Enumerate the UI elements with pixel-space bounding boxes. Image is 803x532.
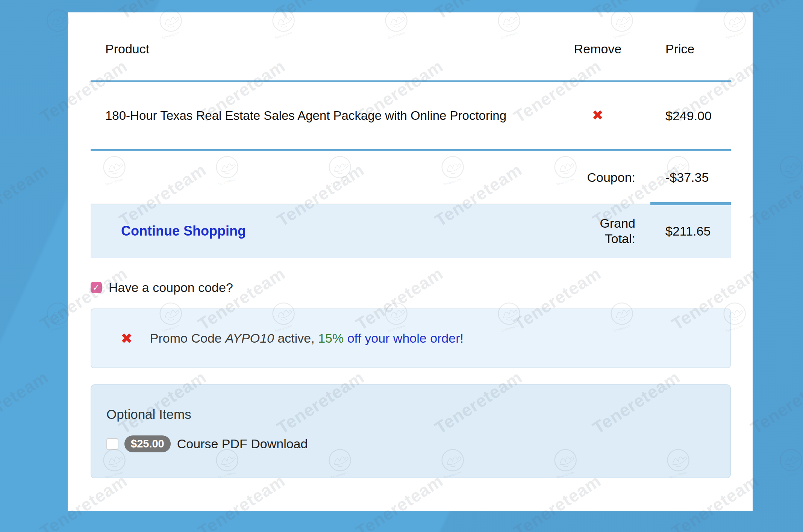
promo-code: AYPO10	[225, 331, 274, 345]
cart-item-title: 180-Hour Texas Real Estate Sales Agent P…	[105, 108, 538, 123]
watermark-stamp-icon: Tenereteam	[774, 153, 803, 188]
promo-message: Promo Code AYPO10 active, 15% off your w…	[150, 331, 464, 346]
cart-table-header: Product Remove Price	[91, 12, 731, 80]
grand-total-amount: $211.65	[650, 224, 731, 239]
optional-item-price-badge: $25.00	[124, 435, 171, 452]
watermark-text: Tenereteam	[747, 367, 803, 438]
watermark-stamp-icon: Tenereteam	[774, 446, 803, 481]
svg-text:Tenereteam: Tenereteam	[782, 177, 800, 187]
optional-items-panel: Optional Items $25.00 Course PDF Downloa…	[91, 384, 731, 478]
continue-shopping-link[interactable]: Continue Shopping	[105, 223, 246, 239]
optional-item-row: $25.00 Course PDF Download	[106, 435, 715, 452]
header-price: Price	[650, 42, 731, 56]
watermark-text: Tenereteam	[0, 367, 52, 438]
promo-middle: active,	[274, 331, 318, 345]
watermark-text: Tenereteam	[747, 0, 803, 23]
promo-code-banner: ✖ Promo Code AYPO10 active, 15% off your…	[91, 308, 731, 368]
remove-item-x-icon[interactable]: ✖	[592, 107, 603, 123]
optional-item-checkbox[interactable]	[106, 438, 118, 450]
optional-items-title: Optional Items	[106, 407, 715, 422]
coupon-code-toggle-row: ✓ Have a coupon code?	[91, 279, 731, 296]
cart-panel: Product Remove Price 180-Hour Texas Real…	[68, 12, 753, 511]
coupon-amount: -$37.35	[650, 170, 731, 185]
watermark-text: Tenereteam	[0, 159, 52, 231]
have-coupon-label[interactable]: Have a coupon code?	[109, 280, 233, 295]
svg-text:Tenereteam: Tenereteam	[48, 31, 67, 40]
svg-text:Tenereteam: Tenereteam	[48, 324, 67, 333]
check-icon: ✓	[92, 283, 100, 293]
page-background: { "watermark": { "text": "Tenereteam" },…	[0, 0, 803, 532]
optional-item-label[interactable]: Course PDF Download	[177, 437, 308, 451]
watermark-text: Tenereteam	[0, 0, 52, 23]
grand-total-row: Continue Shopping Grand Total: $211.65	[91, 204, 731, 258]
promo-prefix: Promo Code	[150, 331, 225, 345]
price-column-accent-bar	[650, 202, 731, 205]
svg-text:Tenereteam: Tenereteam	[782, 470, 800, 480]
cart-item-row: 180-Hour Texas Real Estate Sales Agent P…	[91, 82, 731, 149]
grand-total-label: Grand Total:	[575, 216, 635, 246]
have-coupon-checkbox[interactable]: ✓	[91, 282, 102, 293]
header-remove: Remove	[545, 42, 650, 56]
remove-promo-x-icon[interactable]: ✖	[121, 331, 133, 346]
header-product: Product	[91, 42, 545, 56]
watermark-text: Tenereteam	[747, 159, 803, 231]
coupon-discount-row: Coupon: -$37.35	[91, 151, 731, 204]
promo-suffix: off your whole order!	[344, 331, 464, 345]
coupon-label: Coupon:	[545, 170, 650, 185]
cart-item-price: $249.00	[650, 109, 731, 123]
promo-discount: 15%	[318, 331, 344, 345]
